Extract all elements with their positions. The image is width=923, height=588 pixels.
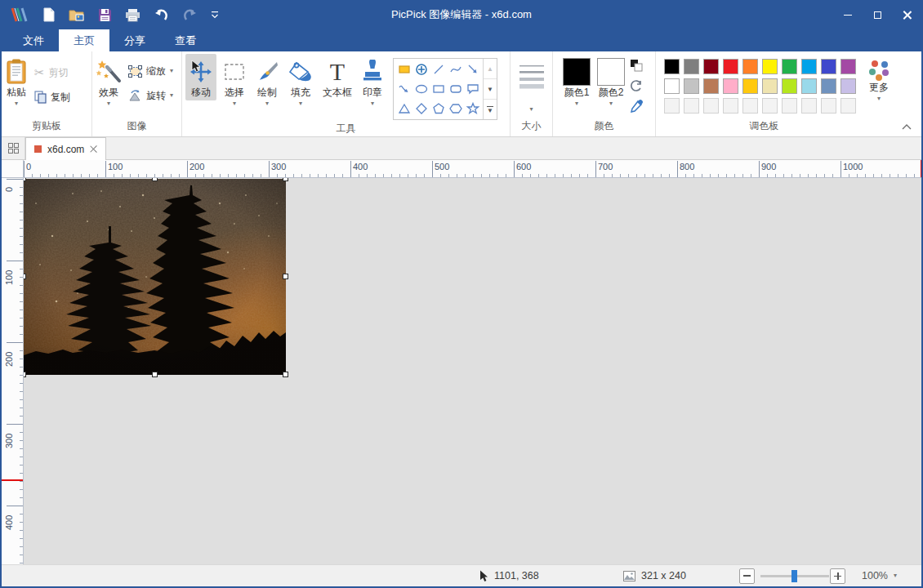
selection-handle-top-center[interactable] [152,178,158,181]
palette-swatch[interactable] [723,78,738,94]
shape-hexagon[interactable] [448,100,464,117]
shapes-scroll-down-button[interactable]: ▼ [484,79,497,100]
palette-swatch[interactable] [684,59,699,74]
fill-tool-button[interactable]: 填充 ▾ [285,54,316,109]
shape-circle-plus[interactable] [413,61,430,78]
palette-swatch[interactable] [703,59,719,74]
color2-button[interactable]: 颜色2 ▾ [594,54,628,109]
save-button[interactable] [98,8,112,22]
zoom-in-button[interactable] [830,568,845,584]
palette-swatch[interactable] [742,59,758,74]
palette-swatch[interactable] [841,59,856,74]
document-tab-close-button[interactable] [90,145,97,153]
selection-handle-middle-right[interactable] [283,274,288,279]
selection-handle-bottom-left[interactable] [24,372,26,377]
palette-swatch[interactable] [762,78,778,94]
palette-swatch[interactable] [782,78,797,94]
palette-swatch-empty[interactable] [664,98,680,114]
print-button[interactable] [125,8,140,22]
shapes-scroll-up-button[interactable]: ▲ [484,59,497,79]
redo-button[interactable] [182,8,198,22]
minimize-button[interactable] [833,0,863,29]
selection-handle-bottom-center[interactable] [152,372,158,377]
shape-ellipse[interactable] [413,81,430,97]
palette-swatch[interactable] [821,78,836,94]
eyedropper-button[interactable] [630,100,643,113]
shape-star[interactable] [465,100,481,117]
reset-colors-button[interactable] [630,79,643,92]
shape-triangle[interactable] [396,100,412,117]
canvas-image[interactable] [24,179,286,375]
shape-rect-filled[interactable] [396,61,412,78]
open-file-button[interactable] [69,8,85,22]
zoom-level-dropdown-icon[interactable]: ▾ [894,572,897,579]
palette-swatch[interactable] [723,59,738,74]
tab-view[interactable]: 查看 [160,29,211,51]
shape-rectangle[interactable] [430,81,447,97]
palette-swatch-empty[interactable] [782,98,797,114]
palette-swatch-empty[interactable] [742,98,758,114]
shape-pentagon[interactable] [430,100,447,117]
palette-swatch-empty[interactable] [821,98,836,114]
zoom-slider-track[interactable] [760,575,829,577]
collapse-ribbon-button[interactable] [902,124,912,130]
palette-swatch[interactable] [664,59,680,74]
rotate-button[interactable]: 旋转 ▾ [125,83,176,108]
selection-handle-bottom-right[interactable] [283,372,288,377]
zoom-slider[interactable] [760,565,829,586]
more-colors-button[interactable]: 更多 ▾ [860,54,898,102]
shape-diamond[interactable] [413,100,430,117]
customize-toolbar-button[interactable] [211,11,219,19]
shape-balloon[interactable] [465,81,481,97]
palette-swatch-empty[interactable] [841,98,856,114]
palette-swatch[interactable] [684,78,699,94]
shape-curve[interactable] [448,61,464,78]
palette-swatch-empty[interactable] [703,98,719,114]
tab-home[interactable]: 主页 [59,29,109,51]
tab-file[interactable]: 文件 [8,29,59,51]
effects-button[interactable]: 效果 ▾ [92,54,125,109]
canvas-workspace[interactable] [24,178,921,566]
move-tool-button[interactable]: 移动 [185,54,216,100]
resize-button[interactable]: 缩放 ▾ [125,59,176,83]
maximize-button[interactable] [863,0,892,29]
palette-swatch[interactable] [801,59,817,74]
select-tool-button[interactable]: 选择 ▾ [220,54,249,109]
draw-tool-button[interactable]: 绘制 ▾ [252,54,282,109]
selection-handle-middle-left[interactable] [24,274,26,279]
palette-swatch[interactable] [664,78,680,94]
textbox-tool-button[interactable]: T 文本框 [319,54,355,100]
shape-scribble-arrow[interactable] [396,81,412,97]
palette-swatch[interactable] [762,59,778,74]
copy-button[interactable]: 复制 [31,85,74,109]
tab-share[interactable]: 分享 [109,29,160,51]
palette-swatch-empty[interactable] [684,98,699,114]
close-button[interactable] [892,0,921,29]
palette-swatch[interactable] [782,59,797,74]
palette-swatch-empty[interactable] [801,98,817,114]
palette-swatch-empty[interactable] [762,98,778,114]
palette-swatch[interactable] [801,78,817,94]
palette-swatch-empty[interactable] [723,98,738,114]
palette-swatch[interactable] [821,59,836,74]
zoom-level-value[interactable]: 100% [862,570,888,581]
shape-arrow[interactable] [465,61,481,78]
palette-swatch[interactable] [742,78,758,94]
palette-swatch[interactable] [703,78,719,94]
color1-button[interactable]: 颜色1 ▾ [560,54,594,109]
cut-button[interactable]: ✂ 剪切 [31,60,74,85]
shape-line[interactable] [430,61,447,78]
selection-handle-top-right[interactable] [283,178,288,181]
swap-colors-button[interactable] [630,59,643,72]
palette-swatch[interactable] [841,78,856,94]
selection-handle-top-left[interactable] [24,178,26,181]
zoom-out-button[interactable] [739,568,755,584]
undo-button[interactable] [154,8,169,22]
shapes-more-button[interactable]: ▼ [484,100,497,119]
stamp-tool-button[interactable]: 印章 ▾ [359,54,386,109]
line-size-button[interactable]: ▾ [516,54,547,114]
shape-rounded-rectangle[interactable] [448,81,464,97]
zoom-slider-handle[interactable] [791,570,797,582]
document-tab[interactable]: x6d.com [25,137,106,160]
tab-list-button[interactable] [2,137,25,159]
